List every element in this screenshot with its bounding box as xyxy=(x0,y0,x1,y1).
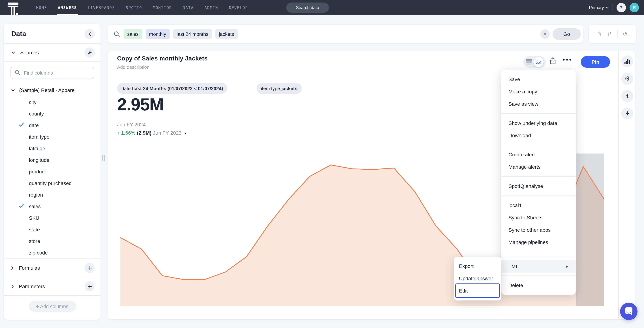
parameters-section[interactable]: Parameters xyxy=(4,277,100,295)
submenu-item-edit[interactable]: Edit xyxy=(454,284,501,297)
chart-config-button[interactable] xyxy=(621,55,633,67)
check-placeholder xyxy=(19,192,24,198)
column-item-longitude[interactable]: longitude xyxy=(4,154,100,166)
filter-chip-date[interactable]: dateLast 24 Months (01/07/2022 < 01/07/2… xyxy=(117,83,227,94)
check-placeholder xyxy=(19,180,24,186)
data-panel: Data Sources (Sample) Retail - Apparel c… xyxy=(4,24,100,320)
column-item-date[interactable]: date xyxy=(4,119,100,131)
column-item-region[interactable]: region xyxy=(4,189,100,201)
source-table-name: (Sample) Retail - Apparel xyxy=(19,87,76,93)
column-item-county[interactable]: county xyxy=(4,108,100,119)
divider xyxy=(617,30,618,38)
choose-sources-button[interactable] xyxy=(84,47,95,58)
info-button[interactable]: i xyxy=(621,90,633,102)
panel-resize-handle[interactable] xyxy=(102,155,105,161)
column-name: latitude xyxy=(29,145,45,151)
org-switcher[interactable]: Primary xyxy=(589,5,609,10)
nav-right-cluster: Primary ? R xyxy=(589,0,639,15)
sources-header[interactable]: Sources xyxy=(4,44,100,61)
find-columns-input[interactable] xyxy=(10,67,94,79)
nav-search-data-button[interactable]: Search data xyxy=(286,3,329,13)
go-button[interactable]: Go xyxy=(552,28,581,40)
column-item-quantity-purchased[interactable]: quantity purchased xyxy=(4,177,100,189)
column-name: SKU xyxy=(29,215,40,221)
search-token-monthly[interactable]: monthly xyxy=(146,29,170,39)
column-name: sales xyxy=(29,204,41,209)
column-item-state[interactable]: state xyxy=(4,224,100,235)
answer-title[interactable]: Copy of Sales monthly Jackets xyxy=(117,55,208,62)
search-token-sales[interactable]: sales xyxy=(124,29,142,39)
redo-icon[interactable]: ↱ xyxy=(607,31,612,37)
kpi-change-row[interactable]: ↑ 1.66% (2.9M) Jun FY 2023 › xyxy=(117,130,186,136)
undo-icon[interactable]: ↰ xyxy=(598,31,602,37)
plus-icon xyxy=(88,284,92,288)
filter-chip-item-type[interactable]: item typejackets xyxy=(256,83,302,94)
nav-tab-data[interactable]: DATA xyxy=(183,0,194,15)
menu-item-make-a-copy[interactable]: Make a copy xyxy=(501,85,576,98)
formulas-section[interactable]: Formulas xyxy=(4,259,100,277)
nav-tab-liveboards[interactable]: LIVEBOARDS xyxy=(88,0,115,15)
share-button[interactable] xyxy=(550,57,556,64)
up-arrow-icon: ↑ xyxy=(117,130,120,136)
menu-item-create-alert[interactable]: Create alert xyxy=(501,148,576,161)
chevron-right-icon xyxy=(11,284,14,288)
wrench-icon xyxy=(87,50,92,55)
menu-item-show-underlying-data[interactable]: Show underlying data xyxy=(501,117,576,129)
column-name: product xyxy=(29,169,46,175)
chat-launcher-button[interactable] xyxy=(620,303,638,320)
data-panel-title: Data xyxy=(11,30,26,38)
add-description[interactable]: Add description xyxy=(117,64,150,70)
column-item-item-type[interactable]: item type xyxy=(4,131,100,143)
menu-item-manage-pipelines[interactable]: Manage pipelines xyxy=(501,236,576,248)
table-view-button[interactable] xyxy=(526,59,532,64)
nav-tab-spotiq[interactable]: SPOTIQ xyxy=(126,0,142,15)
add-parameter-button[interactable] xyxy=(84,281,95,291)
add-columns-button[interactable]: + Add columns xyxy=(28,301,76,312)
menu-item-sync-to-other-apps[interactable]: Sync to other apps xyxy=(501,224,576,236)
clear-search-button[interactable]: × xyxy=(540,29,550,39)
column-item-store[interactable]: store xyxy=(4,235,100,247)
spotiq-insights-button[interactable] xyxy=(621,107,633,119)
collapse-panel-button[interactable] xyxy=(84,29,95,39)
menu-item-save-as-view[interactable]: Save as view xyxy=(501,98,576,110)
search-bar[interactable]: salesmonthlylast 24 monthsjackets × Go xyxy=(108,25,583,44)
thoughtspot-logo-icon[interactable] xyxy=(8,3,19,14)
reset-icon[interactable]: ↺ xyxy=(622,31,628,37)
nav-tab-answers[interactable]: ANSWERS xyxy=(58,0,77,15)
menu-item-delete[interactable]: Delete xyxy=(501,279,576,291)
pin-button[interactable]: Pin xyxy=(581,56,610,68)
menu-item-local1[interactable]: local1 xyxy=(501,199,576,211)
kpi-prev-period: Jun FY 2023 xyxy=(153,130,182,136)
search-token-jackets[interactable]: jackets xyxy=(215,29,238,39)
search-token-last-24-months[interactable]: last 24 months xyxy=(173,29,212,39)
nav-tab-home[interactable]: HOME xyxy=(36,0,47,15)
menu-item-sync-to-sheets[interactable]: Sync to Sheets xyxy=(501,211,576,224)
check-placeholder xyxy=(19,145,24,151)
column-item-product[interactable]: product xyxy=(4,166,100,177)
column-item-sales[interactable]: sales xyxy=(4,201,100,212)
chart-view-button[interactable] xyxy=(534,57,544,67)
settings-button[interactable]: ⚙ xyxy=(621,73,633,85)
column-item-city[interactable]: city xyxy=(4,96,100,108)
source-table-row[interactable]: (Sample) Retail - Apparel xyxy=(4,84,100,96)
menu-item-save[interactable]: Save xyxy=(501,73,576,85)
nav-tab-develop[interactable]: DEVELOP xyxy=(229,0,248,15)
more-options-button[interactable] xyxy=(563,59,571,61)
add-formula-button[interactable] xyxy=(84,263,95,273)
menu-item-manage-alerts[interactable]: Manage alerts xyxy=(501,161,576,173)
submenu-item-export[interactable]: Export xyxy=(454,260,501,272)
column-name: city xyxy=(29,99,36,105)
nav-tab-monitor[interactable]: MONITOR xyxy=(153,0,172,15)
parameters-label: Parameters xyxy=(19,283,84,289)
column-item-zip-code[interactable]: zip code xyxy=(4,247,100,258)
menu-item-tml[interactable]: TML▶ xyxy=(501,260,576,273)
top-nav: HOMEANSWERSLIVEBOARDSSPOTIQMONITORDATAAD… xyxy=(0,0,644,15)
menu-item-spotiq-analyse[interactable]: SpotIQ analyse xyxy=(501,180,576,192)
nav-tab-admin[interactable]: ADMIN xyxy=(204,0,218,15)
column-item-SKU[interactable]: SKU xyxy=(4,212,100,224)
help-button[interactable]: ? xyxy=(616,3,626,12)
column-item-latitude[interactable]: latitude xyxy=(4,143,100,154)
avatar[interactable]: R xyxy=(630,3,639,12)
menu-item-download[interactable]: Download xyxy=(501,129,576,141)
submenu-item-update-answer[interactable]: Update answer xyxy=(454,272,501,284)
